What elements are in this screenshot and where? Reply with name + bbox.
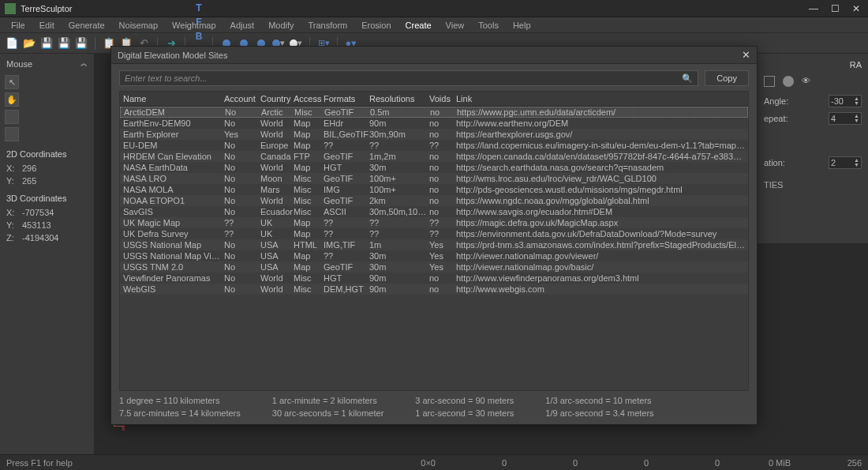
menu-transform[interactable]: Transform <box>302 19 354 32</box>
table-cell: No <box>224 163 260 172</box>
menu-help[interactable]: Help <box>507 19 537 32</box>
search-icon: 🔍 <box>682 73 693 84</box>
search-box[interactable]: 🔍 <box>119 70 698 86</box>
tool-4[interactable] <box>5 127 19 141</box>
table-cell: 2km <box>369 196 429 205</box>
table-cell: ArcticDEM <box>124 107 225 117</box>
status-item: 0 <box>507 458 578 468</box>
view-f-button[interactable]: F <box>192 15 206 29</box>
coord3d-z-value: -4194304 <box>22 233 59 243</box>
repeat-label: epeat: <box>764 114 788 123</box>
table-cell: https://prd-tnm.s3.amazonaws.com/index.h… <box>456 240 745 250</box>
column-header-formats[interactable]: Formats <box>324 94 369 103</box>
table-cell: http://viewer.nationalmap.gov/basic/ <box>456 262 745 272</box>
left-panel: Mouse ︽ ↖ ✋ 2D Coordinates X:296 Y:265 3… <box>0 54 95 454</box>
menu-modify[interactable]: Modify <box>262 19 300 32</box>
minimize-button[interactable]: — <box>806 3 821 14</box>
menu-view[interactable]: View <box>440 19 471 32</box>
angle-spinner[interactable]: -30▲▼ <box>829 95 862 107</box>
tool-3[interactable] <box>5 110 19 124</box>
menu-noisemap[interactable]: Noisemap <box>113 19 165 32</box>
menu-file[interactable]: File <box>5 19 32 32</box>
column-header-access[interactable]: Access <box>294 94 324 103</box>
table-header: NameAccountCountryAccessFormatsResolutio… <box>120 92 748 107</box>
menu-adjust[interactable]: Adjust <box>224 19 261 32</box>
table-row[interactable]: USGS TNM 2.0NoUSAMapGeoTIF30mYeshttp://v… <box>120 261 748 273</box>
table-row[interactable]: SavGISNoEcuadorMiscASCII30m,50m,100mnoht… <box>120 206 748 217</box>
table-cell: Ecuador <box>260 207 294 216</box>
shaded-icon[interactable] <box>783 76 794 87</box>
table-row[interactable]: NASA MOLANoMarsMiscIMG100m+nohttp://pds-… <box>120 184 748 195</box>
menu-create[interactable]: Create <box>399 19 438 32</box>
ation-spinner[interactable]: 2▲▼ <box>829 156 862 169</box>
repeat-spinner[interactable]: 4▲▼ <box>829 112 862 125</box>
coord2d-y-value: 265 <box>22 176 36 186</box>
table-cell: https://magic.defra.gov.uk/MagicMap.aspx <box>456 218 745 227</box>
view-t-button[interactable]: T <box>192 1 206 15</box>
table-row[interactable]: NASA LRONoMoonMiscGeoTIF100m+nohttp://wm… <box>120 173 748 184</box>
table-cell: http://www.earthenv.org/DEM <box>456 118 745 128</box>
table-row[interactable]: UK Defra Survey??UKMap??????https://envi… <box>120 228 748 239</box>
table-cell: ?? <box>324 229 369 239</box>
table-row[interactable]: EU-DEMNoEuropeMap??????https://land.cope… <box>120 140 748 151</box>
table-cell: USA <box>260 251 294 261</box>
column-header-link[interactable]: Link <box>456 94 745 103</box>
table-cell: HGT <box>324 163 369 172</box>
eye-icon[interactable]: 👁 <box>802 76 813 87</box>
column-header-resolutions[interactable]: Resolutions <box>369 94 429 103</box>
table-row[interactable]: ArcticDEMNoArcticMiscGeoTIF0.5mnohttps:/… <box>120 107 748 118</box>
new-icon[interactable]: 📄 <box>5 36 19 51</box>
table-cell: 90m <box>369 273 429 283</box>
table-cell: ?? <box>369 141 429 150</box>
open-icon[interactable]: 📂 <box>22 36 36 51</box>
menu-edit[interactable]: Edit <box>33 19 61 32</box>
view-b-button[interactable]: B <box>192 29 206 43</box>
copy-button[interactable]: Copy <box>705 70 749 86</box>
table-cell: Map <box>294 118 324 128</box>
table-cell: ASCII <box>324 207 369 216</box>
dialog-close-button[interactable]: ✕ <box>742 49 750 61</box>
ation-label: ation: <box>764 158 785 167</box>
close-button[interactable]: ✕ <box>849 3 863 14</box>
app-title: TerreSculptor <box>21 4 806 13</box>
pan-tool[interactable]: ✋ <box>5 92 19 107</box>
table-cell: BIL,GeoTIF <box>324 130 369 139</box>
table-cell: World <box>260 273 294 283</box>
pointer-tool[interactable]: ↖ <box>5 75 19 89</box>
table-row[interactable]: USGS National Map ViewerNoUSAMap??30mYes… <box>120 250 748 261</box>
mouse-panel-header[interactable]: Mouse ︽ <box>2 55 92 72</box>
table-row[interactable]: EarthEnv-DEM90NoWorldMapEHdr90mnohttp://… <box>120 118 748 129</box>
search-input[interactable] <box>125 73 682 83</box>
table-cell: No <box>224 141 260 150</box>
table-cell: EHdr <box>324 118 369 128</box>
menu-erosion[interactable]: Erosion <box>355 19 397 32</box>
coord3d-y-value: 453113 <box>22 220 51 230</box>
export-icon[interactable]: 💾 <box>57 36 71 51</box>
table-cell: Map <box>294 163 324 172</box>
saveall-icon[interactable]: 💾 <box>74 36 88 51</box>
column-header-country[interactable]: Country <box>260 94 294 103</box>
table-cell: http://www.webgis.com <box>456 284 745 294</box>
table-row[interactable]: UK Magic Map??UKMap??????https://magic.d… <box>120 217 748 228</box>
maximize-button[interactable]: ☐ <box>828 3 843 14</box>
table-cell: No <box>224 118 260 128</box>
table-cell: ?? <box>429 229 456 239</box>
table-row[interactable]: NOAA ETOPO1NoWorldMiscGeoTIF2kmnohttps:/… <box>120 195 748 206</box>
table-cell: Map <box>294 141 324 150</box>
table-cell: no <box>429 273 456 283</box>
column-header-voids[interactable]: Voids <box>429 94 456 103</box>
table-row[interactable]: Viewfinder PanoramasNoWorldMiscHGT90mnoh… <box>120 273 748 284</box>
wireframe-icon[interactable] <box>764 76 775 87</box>
table-row[interactable]: USGS National MapNoUSAHTMLIMG,TIF1mYesht… <box>120 239 748 250</box>
table-row[interactable]: NASA EarthDataNoWorldMapHGT30mnohttps://… <box>120 162 748 173</box>
menu-tools[interactable]: Tools <box>472 19 505 32</box>
save-icon[interactable]: 💾 <box>39 36 54 51</box>
menu-generate[interactable]: Generate <box>62 19 111 32</box>
column-header-account[interactable]: Account <box>224 94 260 103</box>
table-row[interactable]: HRDEM Can ElevationNoCanadaFTPGeoTIF1m,2… <box>120 151 748 162</box>
table-cell: https://environment.data.gov.uk/DefraDat… <box>456 229 745 239</box>
table-cell: ?? <box>429 141 456 150</box>
table-row[interactable]: Earth ExplorerYesWorldMapBIL,GeoTIF30m,9… <box>120 129 748 140</box>
column-header-name[interactable]: Name <box>123 94 224 103</box>
table-row[interactable]: WebGISNoWorldMiscDEM,HGT90mnohttp://www.… <box>120 284 748 295</box>
